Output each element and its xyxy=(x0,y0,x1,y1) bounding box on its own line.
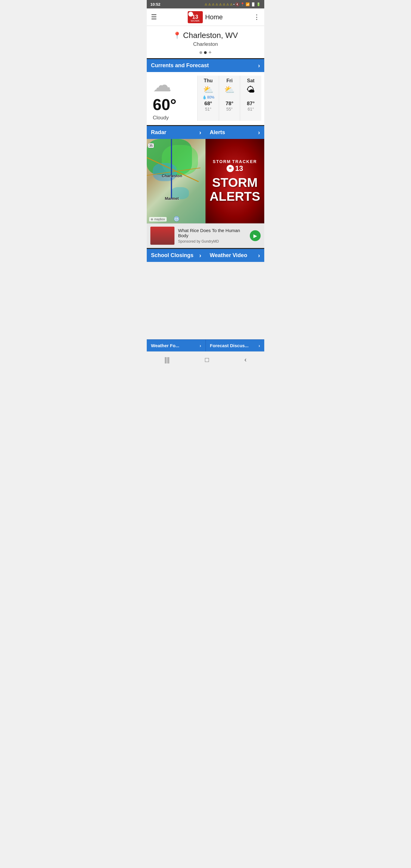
home-button[interactable]: □ xyxy=(199,353,215,366)
page-title: Home xyxy=(205,13,223,21)
storm-alerts-text: STORMALERTS xyxy=(210,176,260,204)
st-number: 13 xyxy=(235,164,243,173)
school-closings-header[interactable]: School Closings › xyxy=(147,249,205,262)
school-closings-label: School Closings xyxy=(151,252,193,258)
storm-tracker-text-2: TRACKER xyxy=(232,159,257,164)
thu-rain-pct: 80% xyxy=(207,95,215,99)
forecast-discussion-section[interactable]: Forecast Discus... › xyxy=(206,340,264,351)
cloud-icon: ☁ xyxy=(153,76,171,94)
radar-chevron-icon: › xyxy=(199,129,201,136)
thu-lo: 51° xyxy=(205,107,211,112)
wv-chevron-icon: › xyxy=(258,252,260,259)
partial-bottom-row: Weather Fo... › Forecast Discus... › xyxy=(147,339,264,351)
wf-chevron-icon: › xyxy=(200,343,201,348)
alerts-panel: Alerts › STORM TRACKER 👁 13 STORMALERTS xyxy=(205,126,264,223)
warn-icon-2: ⚠ xyxy=(208,3,211,6)
weather-forecast-section[interactable]: Weather Fo... › xyxy=(147,340,206,351)
weather-video-label: Weather Video xyxy=(210,252,247,258)
radar-map[interactable]: 35 Charleston Marmet ⊕ mapbox ⓘ xyxy=(147,139,205,223)
mapbox-icon: ⊕ xyxy=(151,218,153,221)
thu-hi: 68° xyxy=(204,101,212,107)
ad-banner: What Rice Does To the Human Body Sponsor… xyxy=(147,223,264,248)
city-name: Charleston, WV xyxy=(183,31,238,40)
dot-separator: • xyxy=(233,2,235,6)
wowk-logo: 13 WOWK xyxy=(188,11,203,23)
fd-chevron-icon: › xyxy=(258,343,260,348)
warn-icon-1: ⚠ xyxy=(204,3,207,6)
ad-title: What Rice Does To the Human Body xyxy=(178,228,246,238)
storm-tracker-logo: STORM TRACKER 👁 13 xyxy=(213,159,257,173)
hamburger-menu-button[interactable]: ☰ xyxy=(151,13,157,21)
charleston-label: Charleston xyxy=(162,174,182,178)
android-nav-bar: ||| □ ‹ xyxy=(147,351,264,368)
river-line xyxy=(171,139,172,199)
storm-tracker-badge: STORM TRACKER xyxy=(213,159,257,164)
location-sub: Charleston xyxy=(150,41,261,47)
forecast-thu: Thu ⛅ 💧 80% 68° 51° xyxy=(197,76,219,121)
forecast-fri: Fri ⛅ - 78° 55° xyxy=(219,76,240,121)
warn-icon-8: ⚠ xyxy=(230,3,232,6)
fri-hi: 78° xyxy=(226,101,233,107)
location-icon: 📍 xyxy=(241,2,245,6)
location-area: 📍 Charleston, WV Charleston + xyxy=(147,26,264,58)
current-condition: Cloudy xyxy=(153,115,169,121)
page-dots: + xyxy=(150,50,261,55)
ad-play-button[interactable]: ▶ xyxy=(250,230,261,241)
ad-sponsor: Sponsored by GundryMD xyxy=(178,239,246,244)
logo-area: 13 WOWK Home xyxy=(188,11,223,23)
chevron-right-icon: › xyxy=(258,62,260,69)
route-badge: 35 xyxy=(148,143,154,148)
currents-forecast-header[interactable]: Currents and Forecast › xyxy=(147,59,264,72)
warn-icon-5: ⚠ xyxy=(219,3,222,6)
sat-hi: 87° xyxy=(247,101,255,107)
mute-icon: 🔇 xyxy=(235,2,240,6)
thu-label: Thu xyxy=(204,78,213,84)
sat-lo: 61° xyxy=(248,107,254,112)
location-city: 📍 Charleston, WV xyxy=(150,31,261,40)
fri-label: Fri xyxy=(226,78,232,84)
thu-rain: 💧 80% xyxy=(202,95,215,99)
sat-icon: 🌤 xyxy=(247,85,255,95)
fri-icon: ⛅ xyxy=(224,85,235,95)
status-bar: 10:52 ⚠ ⚠ ⚠ ⚠ ⚠ ⚠ ⚠ ⚠ • 🔇 📍 📶 ▐▌ 🔋 xyxy=(147,0,264,8)
school-closings-panel: School Closings › STORM TRACKER 👁 13 SCH… xyxy=(147,249,205,339)
warn-icon-4: ⚠ xyxy=(216,3,218,6)
back-button[interactable]: ‹ xyxy=(238,353,253,366)
recent-apps-button[interactable]: ||| xyxy=(158,353,176,366)
forecast-discussion-label: Forecast Discus... xyxy=(210,343,249,348)
battery-icon: 🔋 xyxy=(256,2,261,6)
fri-lo: 55° xyxy=(226,107,232,112)
radar-alerts-row: Radar › 35 Charleston Marmet ⊕ map xyxy=(147,126,264,223)
dot-2[interactable] xyxy=(204,51,207,54)
radar-panel: Radar › 35 Charleston Marmet ⊕ map xyxy=(147,126,205,223)
ad-thumbnail xyxy=(150,227,175,245)
currents-forecast-label: Currents and Forecast xyxy=(151,62,209,69)
status-time: 10:52 xyxy=(150,2,160,7)
forecast-panel: Thu ⛅ 💧 80% 68° 51° Fri ⛅ - 78° 55° Sat … xyxy=(197,76,261,121)
warn-icon-3: ⚠ xyxy=(212,3,215,6)
dot-1[interactable] xyxy=(199,51,202,54)
mapbox-info-button[interactable]: ⓘ xyxy=(174,216,179,221)
alerts-header[interactable]: Alerts › xyxy=(205,126,264,139)
storm-tracker-text: STORM xyxy=(213,159,231,164)
add-location-button[interactable]: + xyxy=(209,50,212,55)
alerts-chevron-icon: › xyxy=(258,129,260,136)
mapbox-text: mapbox xyxy=(154,218,165,221)
logo-number: 13 xyxy=(192,14,198,20)
top-nav: ☰ 13 WOWK Home ⋮ xyxy=(147,8,264,26)
st-brand: 👁 13 xyxy=(213,164,257,173)
status-icons: ⚠ ⚠ ⚠ ⚠ ⚠ ⚠ ⚠ ⚠ • 🔇 📍 📶 ▐▌ 🔋 xyxy=(204,2,261,6)
marmet-label: Marmet xyxy=(165,196,179,201)
weather-video-panel: Weather Video › CERTIFIED: THE MOST ACCU… xyxy=(205,249,264,339)
radar-header[interactable]: Radar › xyxy=(147,126,205,139)
ad-text: What Rice Does To the Human Body Sponsor… xyxy=(178,228,246,244)
warn-icon-7: ⚠ xyxy=(226,3,229,6)
ad-thumb-inner xyxy=(150,227,175,245)
mapbox-logo: ⊕ mapbox xyxy=(149,217,167,221)
current-weather: ☁ 60° Cloudy xyxy=(150,76,197,121)
overflow-menu-button[interactable]: ⋮ xyxy=(253,13,260,21)
school-chevron-icon: › xyxy=(199,252,201,259)
alerts-image[interactable]: STORM TRACKER 👁 13 STORMALERTS xyxy=(205,139,264,223)
weather-video-header[interactable]: Weather Video › xyxy=(205,249,264,262)
warn-icon-6: ⚠ xyxy=(223,3,225,6)
